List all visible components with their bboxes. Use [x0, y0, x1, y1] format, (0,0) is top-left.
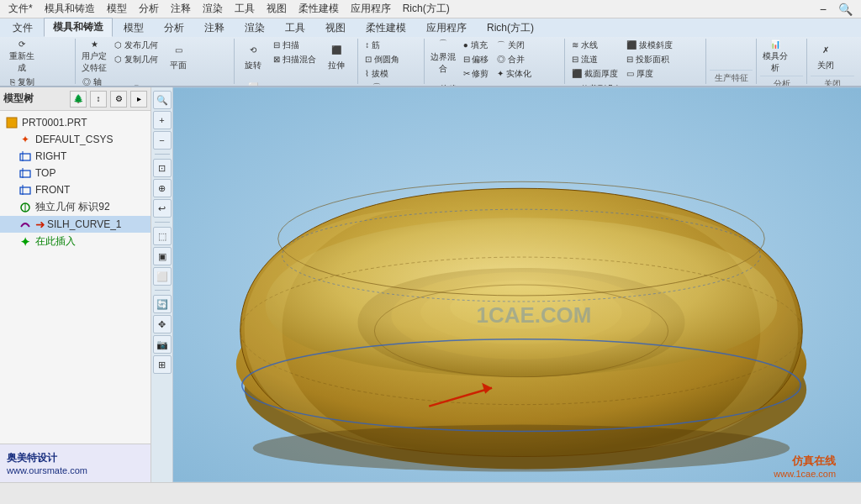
btn-solidify[interactable]: ✦ 实体化: [494, 67, 535, 81]
window-search[interactable]: 🔍: [833, 1, 858, 18]
tree-item-7[interactable]: ✦在此插入: [0, 233, 151, 250]
ribbon-close-icon: ✗: [816, 41, 835, 58]
btn-extrude[interactable]: ⬛ 拉伸: [321, 39, 351, 74]
tree-item-0[interactable]: PRT0001.PRT: [0, 114, 151, 131]
side-sep-3: [155, 290, 170, 291]
menu-file[interactable]: 文件*: [3, 0, 38, 18]
btn-offset2[interactable]: ⊞ 偏移: [428, 82, 486, 86]
menu-model[interactable]: 模型: [102, 0, 132, 18]
btn-draft-slope[interactable]: ⬛ 拔模斜度: [623, 39, 676, 52]
tab-view[interactable]: 视图: [316, 18, 355, 37]
btn-copy-geom[interactable]: ⬡ 复制几何: [111, 53, 161, 66]
panel-btn-more[interactable]: ▸: [130, 91, 147, 108]
side-btn-pan[interactable]: ✥: [153, 315, 172, 333]
tab-file[interactable]: 文件: [3, 18, 42, 37]
btn-runner[interactable]: ⊟ 流道: [568, 53, 621, 66]
btn-round[interactable]: ⊡ 倒圆角: [362, 53, 403, 66]
btn-cross-thick[interactable]: ⬛ 截面厚度: [568, 67, 621, 81]
btn-boundary-blend[interactable]: ⌒ 边界混合: [428, 39, 458, 74]
menu-rich[interactable]: Rich(方工): [398, 0, 455, 18]
btn-draft[interactable]: ⌇ 拔模: [362, 67, 403, 81]
tree-item-label-6: SILH_CURVE_1: [47, 218, 122, 230]
btn-sweep-blend[interactable]: ⊠ 扫描混合: [270, 53, 320, 66]
btn-trim-geom2[interactable]: ⊡ 修剪到几何: [568, 82, 626, 86]
side-btn-saved-orient[interactable]: 📷: [153, 335, 172, 354]
side-btn-refit[interactable]: ⊡: [153, 159, 172, 177]
logo-oursmate-line2: www.oursmate.com: [7, 465, 144, 475]
tab-mold[interactable]: 模具和铸造: [44, 18, 113, 37]
btn-axis[interactable]: ◎ 轴: [79, 76, 120, 86]
menu-analysis[interactable]: 分析: [134, 0, 164, 18]
tree-item-1[interactable]: ✦DEFAULT_CSYS: [0, 131, 151, 148]
menu-mold[interactable]: 模具和铸造: [40, 0, 100, 18]
tab-annotation[interactable]: 注释: [195, 18, 234, 37]
logo-oursmate-line1: 奥美特设计: [7, 451, 144, 465]
side-btn-spin[interactable]: 🔄: [153, 295, 172, 313]
tab-apps[interactable]: 应用程序: [417, 18, 476, 37]
panel-title: 模型树: [3, 92, 66, 106]
menu-tools[interactable]: 工具: [230, 0, 260, 18]
panel-btn-tree[interactable]: 🌲: [70, 91, 87, 108]
tab-rich[interactable]: Rich(方工): [478, 18, 543, 37]
tab-flexible[interactable]: 柔性建模: [357, 18, 415, 37]
btn-publish-geom[interactable]: ⬡ 发布几何: [111, 39, 161, 52]
btn-rotate[interactable]: ⟲ 旋转: [238, 39, 268, 74]
tree-item-label-2: RIGHT: [35, 150, 66, 162]
tab-model[interactable]: 模型: [114, 18, 153, 37]
btn-copy[interactable]: ⎘ 复制: [7, 76, 56, 86]
side-btn-perspective[interactable]: ⬚: [153, 227, 172, 245]
side-btn-zoom-out[interactable]: −: [153, 131, 172, 150]
btn-proj-area[interactable]: ⊟ 投影面积: [623, 53, 676, 66]
tree-item-2[interactable]: RIGHT: [0, 148, 151, 165]
menu-view[interactable]: 视图: [261, 0, 292, 18]
btn-plane[interactable]: ▭ 平面: [163, 39, 193, 74]
tree-item-4[interactable]: FRONT: [0, 181, 151, 198]
viewport[interactable]: 1CAE.COM 仿真在线 www.1cae.com: [173, 87, 861, 482]
side-btn-zoom-in[interactable]: +: [153, 111, 172, 129]
btn-close[interactable]: ⌒ 关闭: [494, 39, 535, 52]
rotate-icon: ⟲: [244, 41, 262, 58]
tree-item-label-4: FRONT: [35, 184, 70, 196]
btn-shell[interactable]: ⬜ 壳: [238, 76, 268, 86]
panel-btn-settings[interactable]: ⚙: [110, 91, 127, 108]
side-btn-zoom-window[interactable]: 🔍: [153, 91, 172, 109]
side-btn-rotate[interactable]: ↩: [153, 199, 172, 218]
shell-icon: ⬜: [244, 78, 262, 86]
btn-ribbon-close[interactable]: ✗ 关闭: [811, 39, 841, 74]
shape-col: ↕ 筋 ⊡ 倒圆角 ⌇ 拔模: [362, 39, 403, 81]
btn-offset[interactable]: ⊟ 偏移: [460, 53, 493, 66]
parting-col3: ⊡ 修剪到几何: [568, 82, 626, 86]
menu-annotation[interactable]: 注释: [166, 0, 196, 18]
btn-thickness[interactable]: ▭ 厚度: [623, 67, 676, 81]
btn-fill[interactable]: ● 填充: [460, 39, 493, 52]
tree-item-label-1: DEFAULT_CSYS: [35, 134, 113, 145]
tree-item-6[interactable]: ➜ SILH_CURVE_1: [0, 216, 151, 233]
menu-flexible[interactable]: 柔性建模: [293, 0, 344, 18]
tab-tools[interactable]: 工具: [276, 18, 314, 37]
window-minimize[interactable]: −: [815, 1, 832, 18]
btn-regen-label: 重新生成: [9, 50, 34, 74]
tab-render[interactable]: 渲染: [235, 18, 274, 37]
tree-item-label-0: PRT0001.PRT: [22, 117, 87, 129]
btn-regen[interactable]: ⟳ 重新生成: [7, 39, 37, 74]
side-btn-shade[interactable]: ▣: [153, 247, 172, 265]
menu-render[interactable]: 渲染: [198, 0, 228, 18]
btn-trim[interactable]: ✂ 修剪: [460, 67, 493, 81]
btn-mold-analysis[interactable]: 📊 模具分析: [760, 39, 790, 74]
side-btn-wireframe[interactable]: ⬜: [153, 267, 172, 286]
btn-sketch[interactable]: ✏ 草绘: [122, 76, 152, 86]
tab-analysis[interactable]: 分析: [155, 18, 193, 37]
btn-rib[interactable]: ↕ 筋: [362, 39, 403, 52]
menu-apps[interactable]: 应用程序: [346, 0, 396, 18]
btn-silh[interactable]: ⌒ 轮廓曲线: [362, 82, 392, 86]
side-btn-center[interactable]: ⊕: [153, 179, 172, 197]
tree-item-5[interactable]: 独立几何 标识92: [0, 198, 151, 216]
btn-waterline[interactable]: ≋ 水线: [568, 39, 621, 52]
btn-merge[interactable]: ◎ 合并: [494, 53, 535, 66]
side-btn-display[interactable]: ⊞: [153, 355, 172, 374]
tree-item-3[interactable]: TOP: [0, 165, 151, 181]
panel-btn-arrow[interactable]: ↕: [90, 91, 107, 108]
btn-user-feature[interactable]: ★ 用户定义特征: [79, 39, 109, 74]
ops-col: ⎘ 复制 📌 粘贴▾ ⊞ 复制几何: [7, 76, 56, 86]
btn-sweep[interactable]: ⊟ 扫描: [270, 39, 320, 52]
